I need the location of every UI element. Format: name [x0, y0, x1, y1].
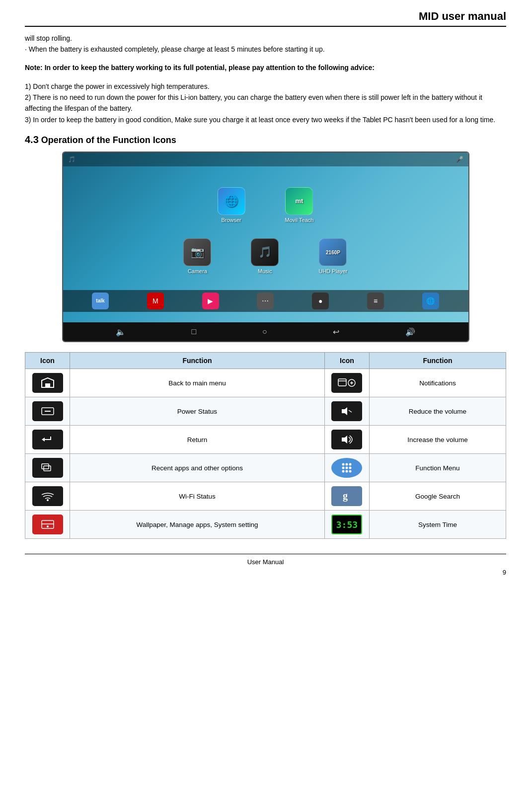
app-music[interactable]: 🎵 Music — [251, 238, 279, 274]
device-screenshot: 🎵 🎤 🌐 Browser mt Movil Teach 📷 Camera 🎵 … — [62, 151, 469, 342]
table-row: Recent apps and other options — [25, 454, 506, 482]
statusbar-right-icon: 🎤 — [456, 156, 463, 163]
list-item-3: 3) In order to keep the battery in good … — [25, 114, 506, 125]
taskbar-apps[interactable]: ⋯ — [257, 293, 274, 309]
note-label: Note: — [25, 64, 43, 72]
list-item-1: 1) Don't charge the power in excessively… — [25, 81, 506, 92]
note-text: In order to keep the battery working to … — [43, 64, 375, 72]
table-header-icon1: Icon — [25, 353, 70, 369]
section-title: Operation of the Function Icons — [39, 135, 176, 145]
svg-point-14 — [342, 463, 345, 466]
nav-back[interactable]: ↩ — [333, 327, 339, 337]
svg-marker-8 — [342, 407, 347, 415]
recent-apps-icon — [32, 458, 63, 478]
section-number: 4.3 — [25, 134, 39, 145]
play-icon: ▶ — [202, 293, 219, 309]
icon-notification-cell — [324, 369, 369, 397]
icon-wallpaper-cell — [25, 511, 70, 539]
music-label: Music — [258, 268, 272, 274]
function-power-status: Power Status — [70, 397, 325, 426]
wifi-icon — [32, 486, 63, 506]
svg-point-19 — [349, 467, 352, 469]
table-header-function1: Function — [70, 353, 325, 369]
home-icon — [32, 373, 63, 393]
intro-line-2: · When the battery is exhausted complete… — [25, 45, 325, 53]
note-block: Note: In order to keep the battery worki… — [25, 62, 506, 74]
function-wifi-status: Wi-Fi Status — [70, 482, 325, 511]
app-camera[interactable]: 📷 Camera — [183, 238, 211, 274]
uhd-icon: 2160P — [319, 238, 347, 266]
function-wallpaper: Wallpaper, Manage apps, System setting — [70, 511, 325, 539]
device-apps-row1: 🌐 Browser mt Movil Teach — [63, 177, 468, 228]
svg-marker-11 — [342, 436, 347, 443]
section-heading: 4.3 Operation of the Function Icons — [25, 134, 506, 146]
icon-vol-down-cell — [324, 397, 369, 426]
function-recent-apps: Recent apps and other options — [70, 454, 325, 482]
browser-label: Browser — [221, 217, 241, 223]
google-search-icon: g — [331, 486, 362, 506]
svg-point-17 — [342, 467, 345, 469]
page-number: 9 — [25, 569, 506, 576]
taskbar-gmail[interactable]: M — [147, 293, 164, 309]
icon-func-menu-cell — [324, 454, 369, 482]
nav-vol-up[interactable]: 🔊 — [405, 327, 415, 337]
taskbar-talk[interactable]: talk — [92, 293, 109, 309]
taskbar-play[interactable]: ▶ — [202, 293, 219, 309]
nav-recent[interactable]: □ — [192, 327, 197, 336]
svg-point-22 — [349, 470, 352, 473]
table-row: Wi-Fi Status g Google Search — [25, 482, 506, 511]
page-header: MID user manual — [25, 10, 506, 27]
camera-icon: 📷 — [183, 238, 211, 266]
footer-text: User Manual — [247, 558, 284, 566]
svg-point-21 — [346, 470, 348, 473]
wallpaper-settings-icon — [32, 515, 63, 534]
app-uhd[interactable]: 2160P UHD Player — [318, 238, 347, 274]
browser-icon: 🌐 — [218, 187, 245, 215]
taskbar-settings[interactable]: ≡ — [367, 293, 384, 309]
svg-rect-0 — [45, 383, 50, 387]
svg-point-23 — [47, 499, 49, 501]
function-increase-volume: Increase the volume — [369, 426, 506, 454]
uhd-label: UHD Player — [318, 268, 347, 274]
icon-recent-cell — [25, 454, 70, 482]
table-row: Back to main menu Notifications — [25, 369, 506, 397]
device-screen: 🎵 🎤 🌐 Browser mt Movil Teach 📷 Camera 🎵 … — [63, 152, 468, 341]
taskbar-camera2[interactable]: ● — [312, 293, 329, 309]
icon-power-cell — [25, 397, 70, 426]
function-back-main: Back to main menu — [70, 369, 325, 397]
function-table: Icon Function Icon Function Back to main… — [25, 352, 506, 539]
apps-grid-icon: ⋯ — [257, 293, 274, 309]
device-apps-row2: 📷 Camera 🎵 Music 2160P UHD Player — [63, 238, 468, 279]
gmail-icon: M — [147, 293, 164, 309]
return-icon — [32, 430, 63, 449]
globe-icon: 🌐 — [422, 293, 439, 309]
svg-point-15 — [346, 463, 348, 466]
function-menu: Function Menu — [369, 454, 506, 482]
statusbar-left-icon: 🎵 — [68, 156, 76, 163]
table-header-icon2: Icon — [324, 353, 369, 369]
svg-rect-1 — [338, 379, 346, 386]
page-title: MID user manual — [419, 10, 506, 22]
taskbar-globe[interactable]: 🌐 — [422, 293, 439, 309]
svg-point-20 — [342, 470, 345, 473]
svg-text:g: g — [343, 490, 348, 502]
table-row: Return Increase the volume — [25, 426, 506, 454]
svg-rect-13 — [44, 466, 51, 471]
volume-down-icon — [331, 401, 362, 421]
nav-home[interactable]: ○ — [262, 327, 267, 336]
system-time-icon: 3:53 — [331, 515, 362, 534]
intro-line-1: will stop rolling. — [25, 34, 72, 42]
nav-vol-down[interactable]: 🔈 — [116, 327, 126, 337]
app-movil[interactable]: mt Movil Teach — [285, 187, 314, 223]
function-return: Return — [70, 426, 325, 454]
function-google-search: Google Search — [369, 482, 506, 511]
music-icon: 🎵 — [251, 238, 279, 266]
app-browser[interactable]: 🌐 Browser — [218, 187, 245, 223]
function-reduce-volume: Reduce the volume — [369, 397, 506, 426]
list-item-2: 2) There is no need to run down the powe… — [25, 92, 506, 114]
device-navbar: 🔈 □ ○ ↩ 🔊 — [63, 322, 468, 341]
cam2-icon: ● — [312, 293, 329, 309]
movil-label: Movil Teach — [285, 217, 314, 223]
talk-icon: talk — [92, 293, 109, 309]
notification-icon — [331, 373, 362, 393]
